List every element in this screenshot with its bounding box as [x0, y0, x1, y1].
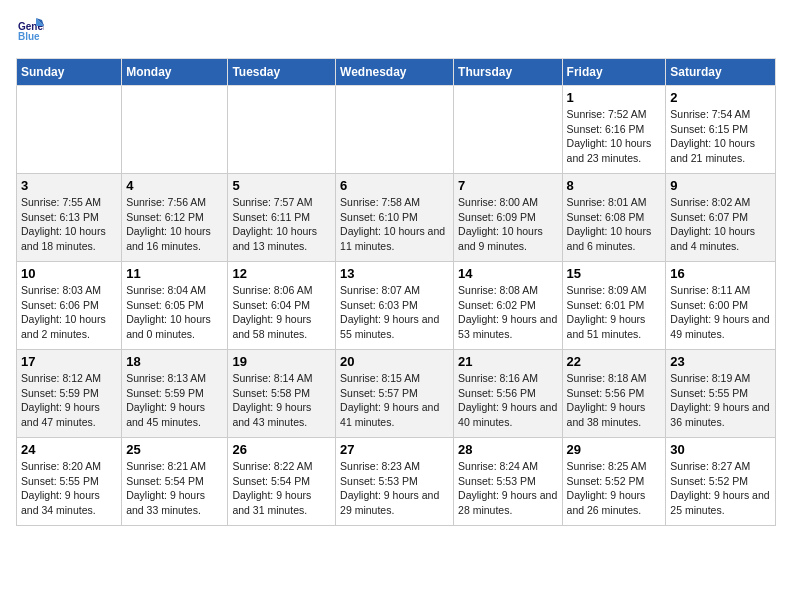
cell-content: Sunrise: 8:15 AMSunset: 5:57 PMDaylight:… — [340, 371, 449, 430]
day-number: 24 — [21, 442, 117, 457]
calendar-cell: 1Sunrise: 7:52 AMSunset: 6:16 PMDaylight… — [562, 86, 666, 174]
calendar-cell: 23Sunrise: 8:19 AMSunset: 5:55 PMDayligh… — [666, 350, 776, 438]
calendar-header-sunday: Sunday — [17, 59, 122, 86]
calendar-cell: 26Sunrise: 8:22 AMSunset: 5:54 PMDayligh… — [228, 438, 336, 526]
calendar-cell: 2Sunrise: 7:54 AMSunset: 6:15 PMDaylight… — [666, 86, 776, 174]
cell-content: Sunrise: 8:21 AMSunset: 5:54 PMDaylight:… — [126, 459, 223, 518]
day-number: 20 — [340, 354, 449, 369]
calendar-cell — [17, 86, 122, 174]
calendar-header-row: SundayMondayTuesdayWednesdayThursdayFrid… — [17, 59, 776, 86]
cell-content: Sunrise: 8:19 AMSunset: 5:55 PMDaylight:… — [670, 371, 771, 430]
cell-content: Sunrise: 8:22 AMSunset: 5:54 PMDaylight:… — [232, 459, 331, 518]
cell-content: Sunrise: 7:58 AMSunset: 6:10 PMDaylight:… — [340, 195, 449, 254]
calendar-cell: 6Sunrise: 7:58 AMSunset: 6:10 PMDaylight… — [336, 174, 454, 262]
day-number: 19 — [232, 354, 331, 369]
day-number: 13 — [340, 266, 449, 281]
calendar-cell: 8Sunrise: 8:01 AMSunset: 6:08 PMDaylight… — [562, 174, 666, 262]
calendar-cell: 10Sunrise: 8:03 AMSunset: 6:06 PMDayligh… — [17, 262, 122, 350]
calendar-cell: 20Sunrise: 8:15 AMSunset: 5:57 PMDayligh… — [336, 350, 454, 438]
cell-content: Sunrise: 8:08 AMSunset: 6:02 PMDaylight:… — [458, 283, 558, 342]
cell-content: Sunrise: 8:02 AMSunset: 6:07 PMDaylight:… — [670, 195, 771, 254]
day-number: 17 — [21, 354, 117, 369]
calendar-header-wednesday: Wednesday — [336, 59, 454, 86]
cell-content: Sunrise: 8:16 AMSunset: 5:56 PMDaylight:… — [458, 371, 558, 430]
day-number: 21 — [458, 354, 558, 369]
day-number: 29 — [567, 442, 662, 457]
day-number: 4 — [126, 178, 223, 193]
calendar-cell: 7Sunrise: 8:00 AMSunset: 6:09 PMDaylight… — [454, 174, 563, 262]
calendar-cell: 25Sunrise: 8:21 AMSunset: 5:54 PMDayligh… — [122, 438, 228, 526]
calendar-cell: 4Sunrise: 7:56 AMSunset: 6:12 PMDaylight… — [122, 174, 228, 262]
cell-content: Sunrise: 8:04 AMSunset: 6:05 PMDaylight:… — [126, 283, 223, 342]
day-number: 6 — [340, 178, 449, 193]
calendar-cell: 9Sunrise: 8:02 AMSunset: 6:07 PMDaylight… — [666, 174, 776, 262]
day-number: 26 — [232, 442, 331, 457]
day-number: 1 — [567, 90, 662, 105]
cell-content: Sunrise: 8:23 AMSunset: 5:53 PMDaylight:… — [340, 459, 449, 518]
calendar-cell — [336, 86, 454, 174]
day-number: 12 — [232, 266, 331, 281]
cell-content: Sunrise: 8:24 AMSunset: 5:53 PMDaylight:… — [458, 459, 558, 518]
calendar-week-row: 17Sunrise: 8:12 AMSunset: 5:59 PMDayligh… — [17, 350, 776, 438]
cell-content: Sunrise: 8:25 AMSunset: 5:52 PMDaylight:… — [567, 459, 662, 518]
calendar-header-friday: Friday — [562, 59, 666, 86]
calendar-cell: 19Sunrise: 8:14 AMSunset: 5:58 PMDayligh… — [228, 350, 336, 438]
cell-content: Sunrise: 8:00 AMSunset: 6:09 PMDaylight:… — [458, 195, 558, 254]
day-number: 10 — [21, 266, 117, 281]
calendar-cell: 15Sunrise: 8:09 AMSunset: 6:01 PMDayligh… — [562, 262, 666, 350]
cell-content: Sunrise: 8:11 AMSunset: 6:00 PMDaylight:… — [670, 283, 771, 342]
cell-content: Sunrise: 8:13 AMSunset: 5:59 PMDaylight:… — [126, 371, 223, 430]
calendar-week-row: 1Sunrise: 7:52 AMSunset: 6:16 PMDaylight… — [17, 86, 776, 174]
day-number: 8 — [567, 178, 662, 193]
cell-content: Sunrise: 8:27 AMSunset: 5:52 PMDaylight:… — [670, 459, 771, 518]
day-number: 3 — [21, 178, 117, 193]
cell-content: Sunrise: 7:52 AMSunset: 6:16 PMDaylight:… — [567, 107, 662, 166]
day-number: 7 — [458, 178, 558, 193]
calendar-cell: 5Sunrise: 7:57 AMSunset: 6:11 PMDaylight… — [228, 174, 336, 262]
calendar-header-saturday: Saturday — [666, 59, 776, 86]
day-number: 16 — [670, 266, 771, 281]
cell-content: Sunrise: 7:54 AMSunset: 6:15 PMDaylight:… — [670, 107, 771, 166]
cell-content: Sunrise: 8:20 AMSunset: 5:55 PMDaylight:… — [21, 459, 117, 518]
cell-content: Sunrise: 7:57 AMSunset: 6:11 PMDaylight:… — [232, 195, 331, 254]
day-number: 9 — [670, 178, 771, 193]
day-number: 11 — [126, 266, 223, 281]
calendar-week-row: 24Sunrise: 8:20 AMSunset: 5:55 PMDayligh… — [17, 438, 776, 526]
calendar-table: SundayMondayTuesdayWednesdayThursdayFrid… — [16, 58, 776, 526]
cell-content: Sunrise: 8:01 AMSunset: 6:08 PMDaylight:… — [567, 195, 662, 254]
cell-content: Sunrise: 8:12 AMSunset: 5:59 PMDaylight:… — [21, 371, 117, 430]
calendar-cell — [454, 86, 563, 174]
day-number: 15 — [567, 266, 662, 281]
calendar-cell: 14Sunrise: 8:08 AMSunset: 6:02 PMDayligh… — [454, 262, 563, 350]
day-number: 5 — [232, 178, 331, 193]
day-number: 27 — [340, 442, 449, 457]
calendar-week-row: 3Sunrise: 7:55 AMSunset: 6:13 PMDaylight… — [17, 174, 776, 262]
calendar-cell: 17Sunrise: 8:12 AMSunset: 5:59 PMDayligh… — [17, 350, 122, 438]
cell-content: Sunrise: 8:06 AMSunset: 6:04 PMDaylight:… — [232, 283, 331, 342]
calendar-cell: 16Sunrise: 8:11 AMSunset: 6:00 PMDayligh… — [666, 262, 776, 350]
calendar-cell: 21Sunrise: 8:16 AMSunset: 5:56 PMDayligh… — [454, 350, 563, 438]
day-number: 22 — [567, 354, 662, 369]
day-number: 23 — [670, 354, 771, 369]
day-number: 25 — [126, 442, 223, 457]
cell-content: Sunrise: 8:07 AMSunset: 6:03 PMDaylight:… — [340, 283, 449, 342]
day-number: 18 — [126, 354, 223, 369]
calendar-cell — [122, 86, 228, 174]
cell-content: Sunrise: 8:14 AMSunset: 5:58 PMDaylight:… — [232, 371, 331, 430]
calendar-cell: 27Sunrise: 8:23 AMSunset: 5:53 PMDayligh… — [336, 438, 454, 526]
day-number: 30 — [670, 442, 771, 457]
cell-content: Sunrise: 7:56 AMSunset: 6:12 PMDaylight:… — [126, 195, 223, 254]
calendar-cell: 13Sunrise: 8:07 AMSunset: 6:03 PMDayligh… — [336, 262, 454, 350]
calendar-cell: 30Sunrise: 8:27 AMSunset: 5:52 PMDayligh… — [666, 438, 776, 526]
day-number: 28 — [458, 442, 558, 457]
calendar-cell: 29Sunrise: 8:25 AMSunset: 5:52 PMDayligh… — [562, 438, 666, 526]
calendar-cell — [228, 86, 336, 174]
calendar-cell: 12Sunrise: 8:06 AMSunset: 6:04 PMDayligh… — [228, 262, 336, 350]
calendar-cell: 22Sunrise: 8:18 AMSunset: 5:56 PMDayligh… — [562, 350, 666, 438]
day-number: 14 — [458, 266, 558, 281]
cell-content: Sunrise: 8:09 AMSunset: 6:01 PMDaylight:… — [567, 283, 662, 342]
calendar-cell: 24Sunrise: 8:20 AMSunset: 5:55 PMDayligh… — [17, 438, 122, 526]
svg-text:Blue: Blue — [18, 31, 40, 42]
calendar-cell: 28Sunrise: 8:24 AMSunset: 5:53 PMDayligh… — [454, 438, 563, 526]
cell-content: Sunrise: 7:55 AMSunset: 6:13 PMDaylight:… — [21, 195, 117, 254]
